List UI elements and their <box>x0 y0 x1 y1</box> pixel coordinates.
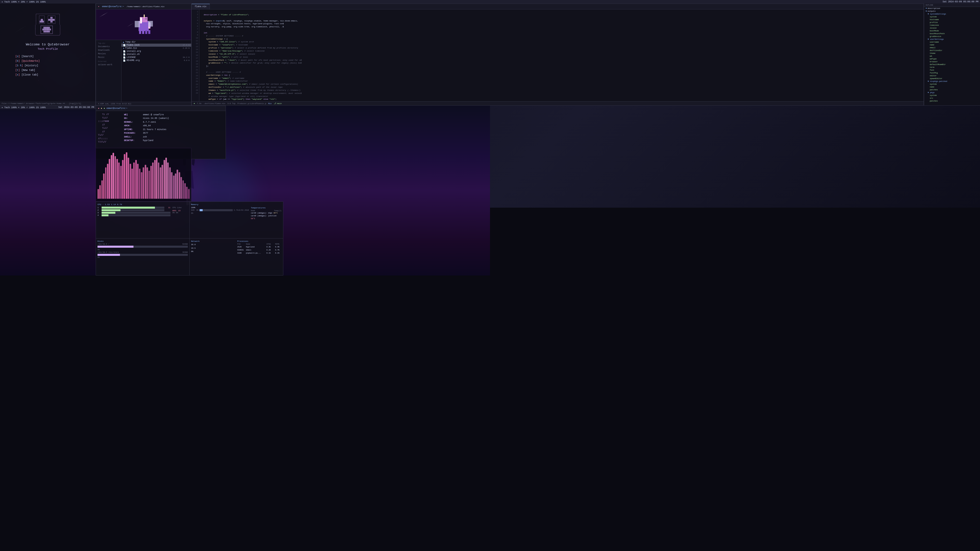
disk-bar-1-label: 0% <box>97 249 188 251</box>
fm-filename: Temp-dir <box>125 41 189 43</box>
fm-sidebar: Tmp-dir Documents Downloads Movies Music… <box>96 40 121 102</box>
vis-bar <box>131 168 133 199</box>
qutebrowser-status: file:///home/emmet/.browser/Tech/config/… <box>0 101 95 105</box>
neofetch-row-arch: ARCH: x86_64 <box>124 124 224 127</box>
net-values: 36.0 10.5 0% <box>191 243 235 254</box>
cpu-avg: AVG: 13 <box>172 210 188 212</box>
cpu-bars: 1 11 2 3 <box>97 206 170 216</box>
vis-bar <box>143 167 144 199</box>
temp-content: Temperatures NameTemp(J) card0 (amdgpu):… <box>251 206 282 221</box>
code-tab-active[interactable]: flake.nix <box>192 4 210 9</box>
disk-section: Disks /dev/dm-0 /504GB 0% /dev/dm-0 /nix… <box>96 238 189 275</box>
menu-item-close-tab[interactable]: [x] [Close tab] <box>15 73 90 77</box>
mem-label: 100% <box>191 206 249 209</box>
fm-filename: LICENSE <box>127 56 182 59</box>
menu-item-new-tab[interactable]: [t] [New tab] <box>15 68 90 73</box>
vis-bar <box>148 171 150 199</box>
fm-sidebar-section-ext: External <box>96 59 121 63</box>
fm-title: ✦ <box>98 5 99 8</box>
fm-file-installsh[interactable]: 📄 install.sh <box>121 53 191 56</box>
vis-bar <box>124 154 125 199</box>
neofetch-row-kernel: KERNEL: 6.7.7-zen1 <box>124 121 224 124</box>
fm-preview <box>96 10 191 40</box>
vis-bar <box>150 166 152 199</box>
mem-bars: 100% EAM: 9% 5.76i8/02.20iB 0% <box>191 206 249 221</box>
disk-title: Disks <box>97 240 188 242</box>
code-lang: Nix <box>268 103 272 105</box>
vis-bar <box>135 160 137 199</box>
vis-bar <box>118 162 120 199</box>
term-title: emmet@snowfire:~ <box>107 107 127 110</box>
cpu-bar-row-2: 2 <box>97 209 170 211</box>
vis-bar <box>167 162 169 199</box>
mem-content: 100% EAM: 9% 5.76i8/02.20iB 0% Temperatu… <box>191 206 282 221</box>
vis-bar <box>115 156 116 199</box>
cpu-bar-row-3: 3 <box>97 212 170 214</box>
cpu-bar-4 <box>102 214 170 216</box>
file-icon: 📄 <box>123 50 126 52</box>
fm-sidebar-downloads[interactable]: Downloads <box>96 48 121 52</box>
fm-sidebar-documents[interactable]: Documents <box>96 45 121 48</box>
code-filesize: 7.5k <box>197 103 202 105</box>
menu-item-history[interactable]: [S h] [History] <box>15 64 90 68</box>
temp-row-2: card0 (amdgpu): junction 58°C <box>251 214 282 220</box>
fm-sidebar-movies[interactable]: Movies <box>96 52 121 56</box>
net-title: Network <box>191 240 235 242</box>
net-val-2: 10.5 <box>191 247 235 250</box>
cpu-stats: CPU like AVG: 13 0% 0% <box>172 206 188 216</box>
vis-bar <box>146 167 148 199</box>
code-content[interactable]: description = "Flake of LibrePhoenix"; o… <box>199 10 490 101</box>
vis-bar <box>141 172 142 199</box>
cpu-bar-row-1: 1 11 <box>97 206 170 209</box>
fm-filesize: 2.26 K <box>183 47 189 49</box>
neofetch-key-shell: SHELL: <box>124 135 142 139</box>
svg-rect-4 <box>141 18 142 23</box>
fm-file-readme[interactable]: 📄 README.org 6.9 K <box>121 59 191 62</box>
neofetch-key-packages: PACKAGES: <box>124 131 142 135</box>
fm-main: ▶ Temp-dir 📄 flake.lock 27.5 K ❄ flake.n… <box>121 40 191 102</box>
line-numbers: 12345 678910 1112131415 1617181920 21222… <box>192 10 199 101</box>
fm-file-flakelock[interactable]: 📄 flake.lock 27.5 K <box>121 44 191 47</box>
fm-file-tempdir[interactable]: ▶ Temp-dir <box>121 41 191 44</box>
fm-body: Tmp-dir Documents Downloads Movies Music… <box>96 40 191 102</box>
fm-sidebar-music[interactable]: Music <box>96 56 121 59</box>
fm-status: 4.03M sum, 133G free 0/13 All <box>96 102 191 105</box>
cpu-current: 0% 0% <box>172 212 188 214</box>
status-right-2: Sat 2024-03-09 05:06:00 PM <box>59 106 94 109</box>
temp-header: NameTemp(J) <box>251 210 282 212</box>
vis-bar <box>154 160 156 199</box>
fm-file-license[interactable]: 📄 LICENSE 34.2 K <box>121 56 191 59</box>
mem-bar-fill <box>200 209 203 211</box>
visualizer-panel <box>96 148 191 202</box>
vis-bar <box>113 153 114 199</box>
file-icon: 📄 <box>123 44 126 46</box>
code-body: 12345 678910 1112131415 1617181920 21222… <box>192 10 490 101</box>
neofetch-key-arch: ARCH: <box>124 124 142 127</box>
fm-file-installarg[interactable]: 📄 install.arg <box>121 50 191 53</box>
vis-bar <box>116 159 118 199</box>
vis-bar <box>171 172 172 199</box>
vis-bar <box>101 180 103 199</box>
neofetch-logo: \\ // \\// ::://### // \\// // \\// //::… <box>98 113 121 144</box>
neofetch-val-arch: x86_64 <box>143 124 151 127</box>
file-icon: ❄ <box>123 47 124 49</box>
disk-bar-fill-1 <box>97 246 134 248</box>
fm-file-flakenix[interactable]: ❄ flake.nix 2.26 K <box>121 47 191 50</box>
network-section: Network 36.0 10.5 0% <box>191 240 235 274</box>
menu-item-search[interactable]: [o] [Search] <box>15 54 90 59</box>
svg-rect-1 <box>141 17 148 22</box>
menu-item-quickmarks[interactable]: [b] [Quickmarks] <box>15 59 90 64</box>
sysmon-panel: CPU - 1.53 1.14 0.78 1 11 2 <box>96 202 283 275</box>
neofetch-val-we: emmet @ snowfire <box>143 113 164 117</box>
vis-bar <box>173 176 175 199</box>
cpu-bar-2 <box>102 209 164 211</box>
status-bar: ✦ Tech 100% ☀ 20% ⚡ 100% 2S 108% Sat 202… <box>0 0 490 3</box>
net-val-1: 36.0 <box>191 243 235 247</box>
vis-bar <box>133 162 135 199</box>
vis-bar <box>180 177 182 199</box>
temp-title: Temperatures <box>251 206 282 209</box>
vis-bar <box>137 164 138 199</box>
fm-sidebar-octave[interactable]: octave-work <box>96 63 121 67</box>
term-header: ● ● ● emmet@snowfire:~ <box>96 106 226 111</box>
proc-title: Processes <box>237 240 282 242</box>
